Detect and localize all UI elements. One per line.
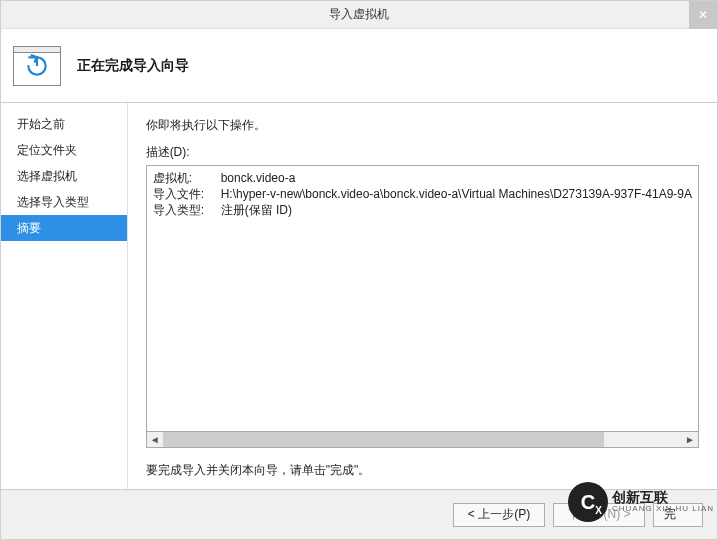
description-box-wrap: 虚拟机: bonck.video-a 导入文件: H:\hyper-v-new\… <box>146 165 699 448</box>
summary-key: 虚拟机: <box>153 170 209 186</box>
finish-hint: 要完成导入并关闭本向导，请单击"完成"。 <box>146 462 699 479</box>
intro-text: 你即将执行以下操作。 <box>146 117 699 134</box>
scroll-right-arrow-icon[interactable]: ► <box>682 432 698 447</box>
summary-value: bonck.video-a <box>221 170 296 186</box>
window-title: 导入虚拟机 <box>329 6 389 23</box>
wizard-body: 开始之前 定位文件夹 选择虚拟机 选择导入类型 摘要 你即将执行以下操作。 描述… <box>1 103 717 489</box>
summary-key: 导入类型: <box>153 202 209 218</box>
sidebar-step-select-vm[interactable]: 选择虚拟机 <box>1 163 127 189</box>
summary-value: H:\hyper-v-new\bonck.video-a\bonck.video… <box>221 186 692 202</box>
close-icon: ✕ <box>698 8 708 22</box>
wizard-content: 你即将执行以下操作。 描述(D): 虚拟机: bonck.video-a 导入文… <box>128 103 717 489</box>
wizard-window: 导入虚拟机 ✕ 正在完成导入向导 开始之前 定位文件夹 选择虚拟机 选择导入类型… <box>0 0 718 540</box>
summary-row-file: 导入文件: H:\hyper-v-new\bonck.video-a\bonck… <box>153 186 692 202</box>
scroll-left-arrow-icon[interactable]: ◄ <box>147 432 163 447</box>
titlebar: 导入虚拟机 ✕ <box>1 1 717 29</box>
sidebar-step-summary[interactable]: 摘要 <box>1 215 127 241</box>
summary-key: 导入文件: <box>153 186 209 202</box>
summary-row-vm: 虚拟机: bonck.video-a <box>153 170 692 186</box>
scroll-thumb[interactable] <box>163 432 604 447</box>
summary-value: 注册(保留 ID) <box>221 202 292 218</box>
sidebar-step-before-begin[interactable]: 开始之前 <box>1 111 127 137</box>
horizontal-scrollbar[interactable]: ◄ ► <box>146 432 699 448</box>
wizard-footer: < 上一步(P) 下一步(N) > 完 <box>1 489 717 539</box>
next-button: 下一步(N) > <box>553 503 645 527</box>
sidebar-step-locate-folder[interactable]: 定位文件夹 <box>1 137 127 163</box>
sidebar-step-import-type[interactable]: 选择导入类型 <box>1 189 127 215</box>
scroll-track[interactable] <box>163 432 682 447</box>
close-button[interactable]: ✕ <box>689 1 717 29</box>
previous-button[interactable]: < 上一步(P) <box>453 503 545 527</box>
summary-row-type: 导入类型: 注册(保留 ID) <box>153 202 692 218</box>
wizard-heading: 正在完成导入向导 <box>77 57 189 75</box>
import-arrow-icon <box>13 46 61 86</box>
finish-button[interactable]: 完 <box>653 503 703 527</box>
wizard-header: 正在完成导入向导 <box>1 29 717 103</box>
wizard-steps-sidebar: 开始之前 定位文件夹 选择虚拟机 选择导入类型 摘要 <box>1 103 128 489</box>
description-label: 描述(D): <box>146 144 699 161</box>
description-box: 虚拟机: bonck.video-a 导入文件: H:\hyper-v-new\… <box>146 165 699 432</box>
